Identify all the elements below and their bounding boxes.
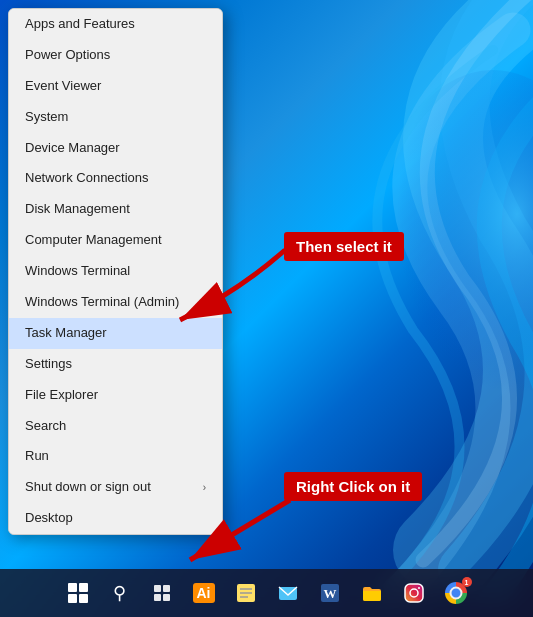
svg-rect-6 xyxy=(163,594,170,601)
right-click-arrow xyxy=(90,490,310,580)
svg-rect-14 xyxy=(405,584,423,602)
instagram-button[interactable] xyxy=(396,575,432,611)
windows-logo-icon xyxy=(68,583,88,603)
word-button[interactable]: W xyxy=(312,575,348,611)
then-select-annotation: Then select it xyxy=(284,232,404,261)
menu-item-settings[interactable]: Settings xyxy=(9,349,222,380)
menu-item-search[interactable]: Search xyxy=(9,411,222,442)
svg-rect-3 xyxy=(154,585,161,592)
menu-item-event-viewer[interactable]: Event Viewer xyxy=(9,71,222,102)
task-view-icon xyxy=(152,583,172,603)
task-view-button[interactable] xyxy=(144,575,180,611)
instagram-icon xyxy=(403,582,425,604)
menu-item-device-manager[interactable]: Device Manager xyxy=(9,133,222,164)
then-select-arrow xyxy=(100,230,300,350)
menu-item-apps-features[interactable]: Apps and Features xyxy=(9,9,222,40)
menu-item-power-options[interactable]: Power Options xyxy=(9,40,222,71)
sticky-notes-icon xyxy=(235,582,257,604)
menu-item-system[interactable]: System xyxy=(9,102,222,133)
search-button[interactable]: ⚲ xyxy=(102,575,138,611)
mail-button[interactable] xyxy=(270,575,306,611)
svg-point-17 xyxy=(418,587,420,589)
word-icon: W xyxy=(319,582,341,604)
start-button[interactable] xyxy=(60,575,96,611)
right-click-annotation: Right Click on it xyxy=(284,472,422,501)
menu-item-network-connections[interactable]: Network Connections xyxy=(9,163,222,194)
svg-rect-5 xyxy=(154,594,161,601)
chrome-button[interactable]: 1 xyxy=(438,575,474,611)
illustrator-icon: Ai xyxy=(193,583,215,603)
illustrator-button[interactable]: Ai xyxy=(186,575,222,611)
search-icon: ⚲ xyxy=(113,582,126,604)
sticky-notes-button[interactable] xyxy=(228,575,264,611)
svg-text:W: W xyxy=(323,586,336,601)
file-explorer-button[interactable] xyxy=(354,575,390,611)
file-explorer-icon xyxy=(361,582,383,604)
mail-icon xyxy=(277,582,299,604)
menu-item-file-explorer[interactable]: File Explorer xyxy=(9,380,222,411)
menu-item-run[interactable]: Run xyxy=(9,441,222,472)
menu-item-disk-management[interactable]: Disk Management xyxy=(9,194,222,225)
chrome-notification-badge: 1 xyxy=(462,577,472,587)
svg-rect-4 xyxy=(163,585,170,592)
